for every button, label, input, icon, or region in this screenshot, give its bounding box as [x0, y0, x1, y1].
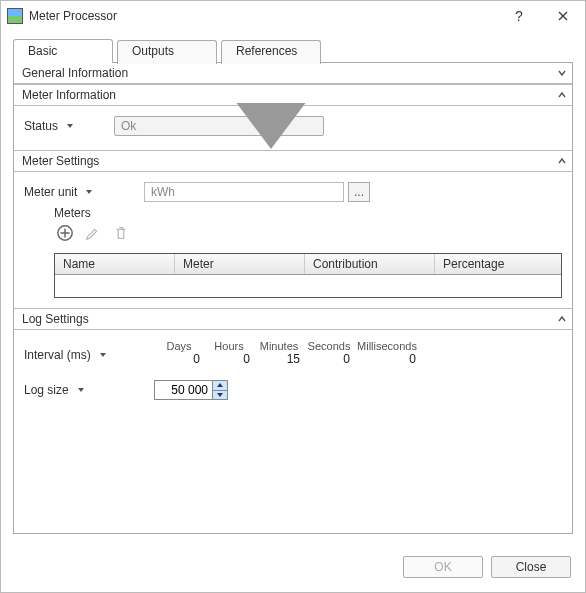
chevron-up-icon — [558, 91, 566, 99]
ok-button[interactable]: OK — [403, 556, 483, 578]
days-value[interactable]: 0 — [154, 352, 204, 366]
meters-grid-header: Name Meter Contribution Percentage — [55, 254, 561, 275]
seconds-value[interactable]: 0 — [304, 352, 354, 366]
meters-grid-body — [55, 275, 561, 297]
col-percentage[interactable]: Percentage — [435, 254, 561, 274]
col-meter[interactable]: Meter — [175, 254, 305, 274]
spin-down-button[interactable] — [213, 391, 227, 400]
meter-unit-label-group[interactable]: Meter unit — [24, 185, 144, 199]
meter-unit-value: kWh — [151, 185, 175, 199]
days-label: Days — [154, 340, 204, 352]
log-size-label-group[interactable]: Log size — [24, 383, 154, 397]
log-size-label: Log size — [24, 383, 69, 397]
status-label: Status — [24, 119, 58, 133]
tab-basic[interactable]: Basic — [13, 39, 113, 63]
tab-bar: Basic Outputs References — [13, 39, 573, 63]
app-icon — [7, 8, 23, 24]
meters-toolbar — [56, 224, 562, 245]
trash-icon — [112, 224, 130, 242]
status-value: Ok — [115, 119, 219, 133]
delete-meter-button[interactable] — [112, 224, 130, 245]
ms-value[interactable]: 0 — [354, 352, 420, 366]
caret-up-icon — [217, 383, 223, 387]
section-meter-settings-header[interactable]: Meter Settings — [14, 150, 572, 172]
chevron-up-icon — [558, 315, 566, 323]
ms-label: Milliseconds — [354, 340, 420, 352]
log-size-input[interactable] — [154, 380, 212, 400]
caret-down-icon — [85, 185, 93, 199]
col-name[interactable]: Name — [55, 254, 175, 274]
edit-meter-button[interactable] — [84, 224, 102, 245]
caret-down-icon — [99, 348, 107, 362]
status-dropdown[interactable]: Ok — [114, 116, 324, 136]
section-meter-info-label: Meter Information — [22, 88, 116, 102]
section-general-label: General Information — [22, 66, 128, 80]
close-icon — [558, 11, 568, 21]
close-button[interactable]: Close — [491, 556, 571, 578]
section-meter-settings-label: Meter Settings — [22, 154, 99, 168]
pencil-icon — [84, 224, 102, 242]
minutes-label: Minutes — [254, 340, 304, 352]
log-size-spinner[interactable] — [154, 380, 228, 400]
section-meter-info-body: Status Ok — [14, 106, 572, 150]
section-log-settings-header[interactable]: Log Settings — [14, 308, 572, 330]
dialog-window: Meter Processor ? Basic Outputs Referenc… — [0, 0, 586, 593]
dialog-footer: OK Close — [1, 546, 585, 592]
meter-unit-input[interactable]: kWh — [144, 182, 344, 202]
meter-unit-browse-button[interactable]: ... — [348, 182, 370, 202]
content-area: Basic Outputs References General Informa… — [1, 31, 585, 546]
interval-label-group[interactable]: Interval (ms) — [24, 348, 154, 362]
section-log-settings-body: Interval (ms) Days0 Hours0 Minutes15 Sec… — [14, 330, 572, 414]
tab-panel: General Information Meter Information St… — [13, 62, 573, 534]
ellipsis-icon: ... — [354, 185, 364, 199]
seconds-label: Seconds — [304, 340, 354, 352]
section-log-settings-label: Log Settings — [22, 312, 89, 326]
hours-label: Hours — [204, 340, 254, 352]
status-label-group[interactable]: Status — [24, 119, 114, 133]
close-window-button[interactable] — [541, 1, 585, 31]
interval-label: Interval (ms) — [24, 348, 91, 362]
meter-unit-label: Meter unit — [24, 185, 77, 199]
tab-references[interactable]: References — [221, 40, 321, 64]
plus-circle-icon — [56, 224, 74, 242]
caret-down-icon — [77, 383, 85, 397]
caret-down-icon — [66, 119, 74, 133]
add-meter-button[interactable] — [56, 224, 74, 245]
interval-display: Days0 Hours0 Minutes15 Seconds0 Millisec… — [154, 340, 420, 366]
chevron-down-icon — [558, 69, 566, 77]
help-button[interactable]: ? — [497, 1, 541, 31]
chevron-up-icon — [558, 157, 566, 165]
minutes-value[interactable]: 15 — [254, 352, 304, 366]
section-meter-settings-body: Meter unit kWh ... Meters — [14, 172, 572, 308]
tab-outputs[interactable]: Outputs — [117, 40, 217, 64]
titlebar: Meter Processor ? — [1, 1, 585, 31]
meters-label: Meters — [54, 206, 562, 220]
caret-down-icon — [217, 393, 223, 397]
spin-up-button[interactable] — [213, 381, 227, 391]
window-title: Meter Processor — [29, 9, 497, 23]
meters-grid[interactable]: Name Meter Contribution Percentage — [54, 253, 562, 298]
col-contribution[interactable]: Contribution — [305, 254, 435, 274]
hours-value[interactable]: 0 — [204, 352, 254, 366]
